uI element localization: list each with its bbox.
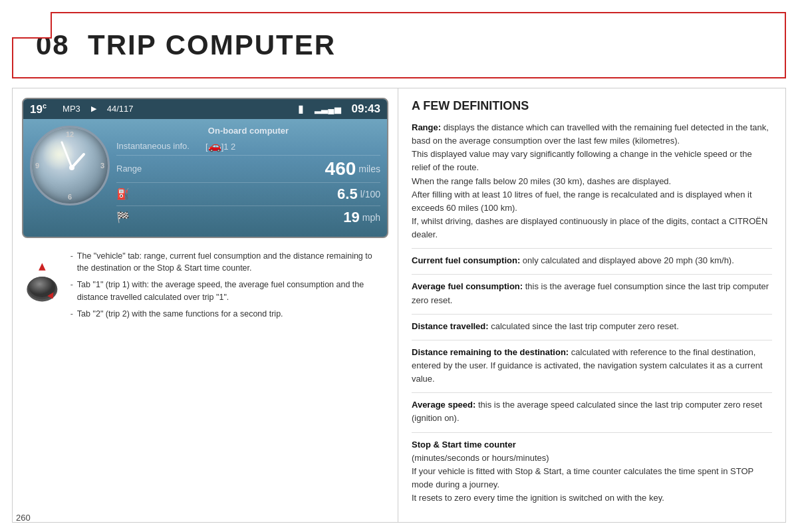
- dash-media: MP3: [63, 104, 80, 114]
- svg-point-2: [69, 165, 74, 170]
- svg-line-0: [62, 142, 72, 168]
- def-dist-dest: Distance remaining to the destination: c…: [412, 346, 772, 386]
- right-panel: A FEW DEFINITIONS Range: displays the di…: [398, 88, 785, 522]
- tab-indicator: [🚗]1 2: [205, 140, 235, 152]
- def-current-fuel: Current fuel consumption: only calculate…: [412, 254, 772, 267]
- dash-play-icon: ▶: [91, 104, 96, 113]
- def-divider-2: [412, 274, 772, 275]
- range-row: Range 460 miles: [116, 158, 380, 180]
- onboard-title: On-board computer: [116, 126, 380, 136]
- def-divider-1: [412, 248, 772, 249]
- info-panel: On-board computer Instantaneous info. [🚗…: [116, 126, 380, 229]
- bullet-text-2: Tab "1" (trip 1) with: the average speed…: [77, 279, 386, 304]
- speed-value: 19: [343, 209, 359, 226]
- feature-list: - The "vehicle" tab: range, current fuel…: [70, 250, 386, 325]
- def-stop-start: Stop & Start time counter (minutes/secon…: [412, 438, 772, 505]
- def-divider-4: [412, 340, 772, 340]
- dash-track: 44/117: [107, 104, 134, 114]
- def-distance: Distance travelled: calculated since the…: [412, 320, 772, 333]
- knob-area: - The "vehicle" tab: range, current fuel…: [22, 250, 388, 325]
- def-divider-6: [412, 432, 772, 433]
- left-panel: 19c MP3 ▶ 44/117 ▮ ▂▃▄▅ 09:43 12 3 6 9: [13, 88, 398, 522]
- fuel-icon: ⛽: [116, 188, 130, 200]
- instant-row: Instantaneous info. [🚗]1 2: [116, 140, 380, 152]
- dash-battery-icon: ▮: [298, 102, 304, 115]
- main-content: 19c MP3 ▶ 44/117 ▮ ▂▃▄▅ 09:43 12 3 6 9: [12, 88, 786, 523]
- consumption-row: ⛽ 6.5 l/100: [116, 186, 380, 203]
- def-divider-5: [412, 392, 772, 393]
- def-avg-fuel-term: Average fuel consumption:: [412, 281, 523, 291]
- def-avg-speed-term: Average speed:: [412, 400, 475, 410]
- speed-unit: mph: [362, 212, 380, 223]
- clock-hands-svg: [32, 128, 110, 205]
- bullet-dash-2: -: [70, 279, 73, 304]
- def-distance-term: Distance travelled:: [412, 321, 489, 331]
- dash-signal-icon: ▂▃▄▅: [315, 104, 340, 114]
- checkered-flag-icon: 🏁: [116, 211, 130, 223]
- clock-face: 12 3 6 9: [30, 126, 110, 205]
- svg-marker-6: [39, 263, 46, 270]
- header-notch: [12, 12, 52, 39]
- def-dist-dest-term: Distance remaining to the destination:: [412, 347, 569, 357]
- dash-time: 09:43: [352, 102, 380, 116]
- def-divider-3: [412, 314, 772, 315]
- chapter-title: 08 TRIP COMPUTER: [29, 29, 336, 61]
- knob-svg: [25, 250, 60, 313]
- bullet-text-3: Tab "2" (trip 2) with the same functions…: [77, 308, 283, 321]
- dash-body: 12 3 6 9: [23, 119, 387, 237]
- def-range-term: Range:: [412, 122, 441, 132]
- svg-line-1: [72, 154, 84, 168]
- range-label: Range: [116, 164, 203, 174]
- dashboard-display: 19c MP3 ▶ 44/117 ▮ ▂▃▄▅ 09:43 12 3 6 9: [22, 98, 388, 238]
- def-avg-speed: Average speed: this is the average speed…: [412, 398, 772, 425]
- bullet-text-1: The "vehicle" tab: range, current fuel c…: [77, 250, 386, 275]
- divider-2: [116, 182, 380, 183]
- divider-1: [116, 155, 380, 156]
- bullet-dash-3: -: [70, 308, 73, 321]
- analog-clock: 12 3 6 9: [30, 126, 110, 205]
- dash-top-bar: 19c MP3 ▶ 44/117 ▮ ▂▃▄▅ 09:43: [23, 99, 387, 119]
- dash-temperature: 19c: [30, 102, 47, 116]
- speed-row: 🏁 19 mph: [116, 209, 380, 226]
- list-item: - Tab "1" (trip 1) with: the average spe…: [70, 279, 386, 304]
- instant-label: Instantaneous info.: [116, 141, 203, 151]
- chapter-header: 08 TRIP COMPUTER: [12, 12, 786, 78]
- def-current-fuel-term: Current fuel consumption:: [412, 255, 520, 265]
- chapter-name: TRIP COMPUTER: [88, 29, 336, 61]
- def-avg-fuel: Average fuel consumption: this is the av…: [412, 280, 772, 307]
- page-number: 260: [16, 513, 31, 523]
- def-stop-start-term: Stop & Start time counter: [412, 440, 516, 450]
- list-item: - The "vehicle" tab: range, current fuel…: [70, 250, 386, 275]
- definitions-title: A FEW DEFINITIONS: [412, 99, 772, 113]
- divider-3: [116, 205, 380, 206]
- range-unit: miles: [358, 164, 380, 174]
- consumption-unit: l/100: [360, 189, 380, 200]
- def-range: Range: displays the distance which can t…: [412, 121, 772, 241]
- range-value: 460: [325, 158, 356, 180]
- list-item: - Tab "2" (trip 2) with the same functio…: [70, 308, 386, 321]
- consumption-value: 6.5: [337, 186, 358, 203]
- bullet-dash-1: -: [70, 250, 73, 275]
